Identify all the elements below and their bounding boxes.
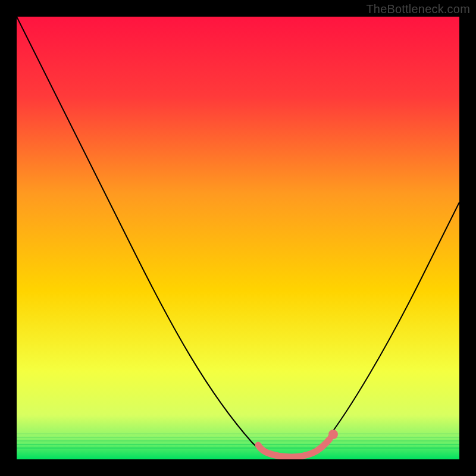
svg-rect-1: [17, 437, 459, 438]
gradient-background: [17, 17, 459, 459]
chart-frame: TheBottleneck.com: [0, 0, 476, 476]
svg-rect-4: [17, 447, 459, 449]
watermark-text: TheBottleneck.com: [366, 2, 470, 16]
chart-svg: [17, 17, 459, 459]
svg-rect-2: [17, 440, 459, 441]
optimal-marker-dot: [328, 430, 338, 439]
svg-rect-0: [17, 433, 459, 434]
svg-rect-3: [17, 444, 459, 445]
plot-area: [17, 17, 459, 459]
